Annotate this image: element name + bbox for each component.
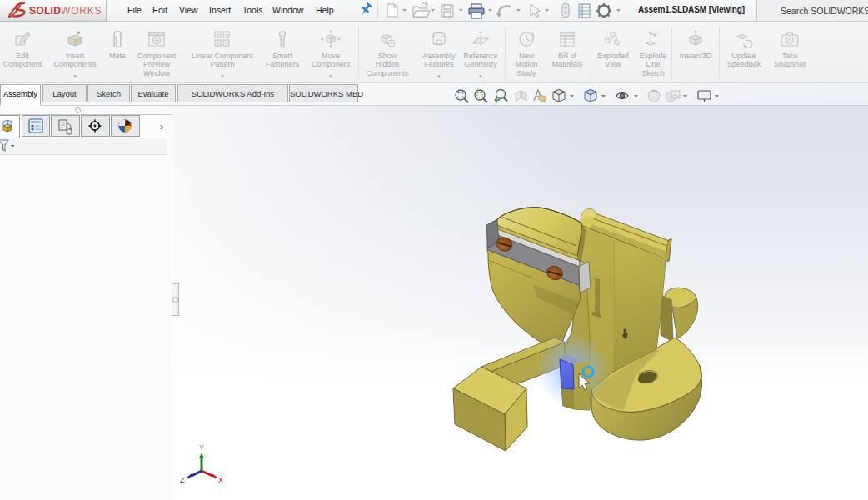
svg-text:Y: Y [199,443,204,452]
svg-text:SOLID: SOLID [29,5,61,17]
svg-text:Z: Z [180,476,185,484]
svg-text:WORKS: WORKS [61,5,102,17]
svg-text:X: X [218,476,223,484]
svg-text:›: › [160,121,163,132]
